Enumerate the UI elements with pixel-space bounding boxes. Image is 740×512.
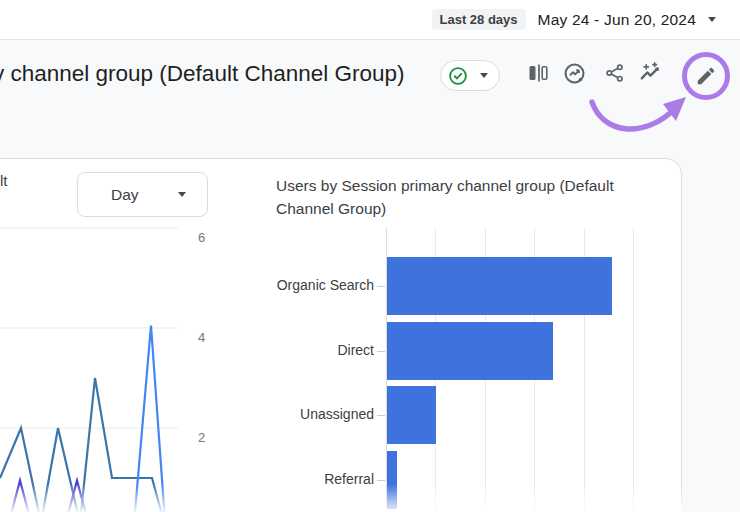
- verification-badge[interactable]: [440, 60, 500, 91]
- insights-icon: [562, 61, 587, 86]
- top-bar: Last 28 days May 24 - Jun 20, 2024: [0, 0, 740, 40]
- left-chart-partial-label: lt: [0, 172, 8, 189]
- granularity-select[interactable]: Day: [77, 172, 208, 217]
- date-range-picker[interactable]: Last 28 days May 24 - Jun 20, 2024: [432, 9, 716, 30]
- bar-referral[interactable]: [387, 451, 397, 509]
- bright-blue-line[interactable]: [133, 326, 166, 512]
- bar-chart-title: Users by Session primary channel group (…: [276, 175, 636, 220]
- chevron-down-icon: [480, 73, 488, 78]
- bar-organic-search[interactable]: [387, 257, 612, 315]
- page-title: y channel group (Default Channel Group): [0, 61, 405, 87]
- bar-direct[interactable]: [387, 322, 553, 380]
- edit-pencil-icon: [695, 65, 717, 87]
- y-axis-tick-label: 6: [198, 230, 205, 245]
- trending-change-button[interactable]: [634, 56, 668, 90]
- share-button[interactable]: [598, 56, 632, 90]
- share-icon: [603, 61, 627, 85]
- steel-blue-line[interactable]: [0, 378, 167, 512]
- y-axis-tick-label: 2: [198, 430, 205, 445]
- check-circle-icon: [447, 65, 469, 87]
- trend-sparkle-icon: [638, 60, 664, 86]
- granularity-value: Day: [111, 186, 139, 204]
- y-axis-tick-label: 4: [198, 330, 205, 345]
- date-range-text: May 24 - Jun 20, 2024: [538, 11, 696, 29]
- add-comparison-button[interactable]: [521, 56, 555, 90]
- comparison-bars-icon: [526, 61, 550, 85]
- date-range-chip: Last 28 days: [432, 9, 526, 30]
- annotation-arrow: [580, 88, 710, 150]
- chevron-down-icon: [178, 192, 186, 197]
- edit-button-highlight-ring[interactable]: [682, 52, 730, 100]
- chevron-down-icon: [708, 17, 716, 22]
- line-chart-svg[interactable]: 246: [0, 222, 220, 512]
- bar-unassigned[interactable]: [387, 386, 436, 444]
- insights-button[interactable]: [557, 56, 591, 90]
